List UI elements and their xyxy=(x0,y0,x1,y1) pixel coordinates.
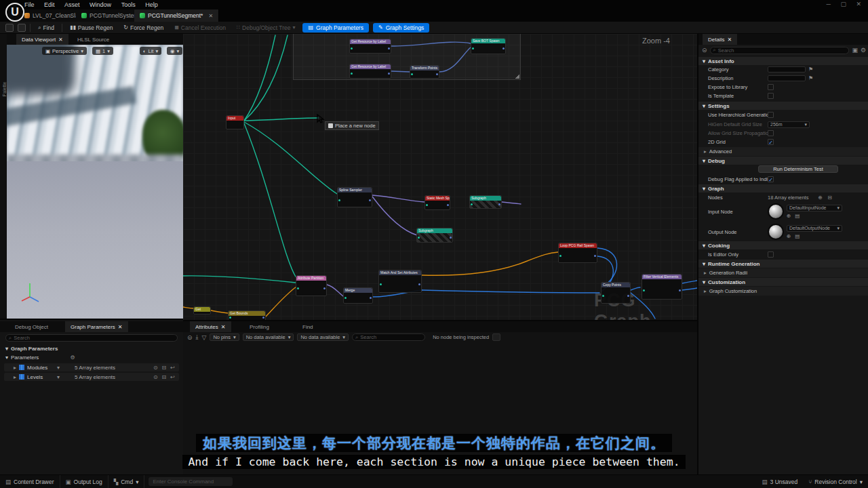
unreal-logo-icon[interactable]: U xyxy=(5,3,24,22)
add-element-icon[interactable]: ⊕ xyxy=(818,195,822,201)
graph-node[interactable]: Get Bounds xyxy=(228,310,266,320)
output-pin[interactable] xyxy=(502,47,505,49)
collapsed-subsection[interactable]: ▸Advanced xyxy=(698,147,868,156)
browse-icon[interactable] xyxy=(18,24,26,32)
parameter-row[interactable]: ▸ Levels ▾ 5 Array elements ⊙ ⊟ ↩ xyxy=(4,373,179,381)
checkbox[interactable] xyxy=(768,93,774,99)
tab-find[interactable]: Find xyxy=(297,321,319,332)
lit-dropdown[interactable]: ◐ Lit ▾ xyxy=(140,47,161,55)
output-pin[interactable] xyxy=(450,237,452,239)
checkbox[interactable] xyxy=(768,251,774,258)
tab-hlsl-source[interactable]: HLSL Source xyxy=(72,34,115,45)
graph-node[interactable]: Merge xyxy=(343,287,373,304)
dropdown[interactable]: 256m▾ xyxy=(768,121,810,128)
inspect-toggle[interactable] xyxy=(492,333,500,341)
close-icon[interactable]: ✕ xyxy=(208,13,213,19)
output-pin[interactable] xyxy=(594,255,596,257)
section-header[interactable]: ▾Graph xyxy=(698,184,868,192)
output-pin[interactable] xyxy=(498,203,500,205)
chevron-down-icon[interactable]: ▾ xyxy=(57,374,60,380)
force-regen-button[interactable]: ↻ Force Regen xyxy=(120,23,167,33)
output-pin[interactable] xyxy=(369,199,371,201)
close-icon[interactable]: ✕ xyxy=(727,37,732,43)
input-pin[interactable] xyxy=(297,287,299,289)
perspective-dropdown[interactable]: ▣ Perspective ▾ xyxy=(42,47,87,55)
tab-data-viewport[interactable]: Data Viewport ✕ xyxy=(16,34,68,45)
parameters-subheader[interactable]: ▾ Parameters ⚙ xyxy=(0,354,183,361)
graph-node[interactable]: Subgraph xyxy=(416,228,453,243)
input-pin[interactable] xyxy=(380,283,382,285)
menu-asset[interactable]: Asset xyxy=(60,0,84,9)
graph-node[interactable]: Get Resource by Label xyxy=(349,64,391,79)
checkbox[interactable] xyxy=(768,130,774,136)
graph-node[interactable]: Loop PCG Rail Spawn xyxy=(558,243,597,263)
view-index-dropdown[interactable]: ▦ 1 ▾ xyxy=(92,47,113,55)
section-header[interactable]: ▾Runtime Generation xyxy=(698,260,868,268)
lock-icon[interactable]: ⊝ xyxy=(702,47,707,54)
save-icon[interactable] xyxy=(5,24,14,32)
filter-icon[interactable]: ▽ xyxy=(202,334,207,341)
parameters-search-input[interactable]: ⌕ Search xyxy=(5,334,178,342)
menu-help[interactable]: Help xyxy=(141,0,162,9)
gear-icon[interactable]: ⚙ xyxy=(861,47,866,54)
graph-node[interactable]: Get xyxy=(193,306,211,314)
graph-node[interactable]: Transform Points xyxy=(410,65,439,79)
debug-object-tree-dropdown[interactable]: ∷ Debug/Object Tree ▾ xyxy=(233,23,298,33)
graph-node[interactable]: Get Resource by Label xyxy=(349,39,391,54)
palette-side-tab[interactable]: Palette xyxy=(0,34,7,319)
console-command-input[interactable]: Enter Console Command xyxy=(149,477,233,486)
data-dropdown-2[interactable]: No data available ▾ xyxy=(297,333,349,341)
graph-node[interactable]: Static Mesh Spawner xyxy=(425,195,450,210)
collapsed-subsection[interactable]: ▸Graph Customization xyxy=(698,287,868,296)
menu-tools[interactable]: Tools xyxy=(117,0,140,9)
input-pin[interactable] xyxy=(418,237,420,239)
input-pin[interactable] xyxy=(472,47,474,49)
browse-icon[interactable]: ▤ xyxy=(795,233,800,239)
node-thumbnail[interactable] xyxy=(768,203,784,220)
output-pin[interactable] xyxy=(388,47,390,49)
section-header[interactable]: ▾Settings xyxy=(698,102,868,110)
section-header[interactable]: ▾Asset Info xyxy=(698,57,868,65)
graph-node[interactable]: Copy Points xyxy=(601,282,631,304)
clock-icon[interactable]: ⊙ xyxy=(153,374,158,380)
checkbox[interactable] xyxy=(768,84,774,90)
menu-window[interactable]: Window xyxy=(85,0,115,9)
input-pin[interactable] xyxy=(351,47,353,49)
show-flags-dropdown[interactable]: ◉ ▾ xyxy=(167,47,182,55)
output-log-button[interactable]: ▣ Output Log xyxy=(60,475,108,488)
reset-icon[interactable]: ↩ xyxy=(170,374,175,380)
close-icon[interactable]: ✕ xyxy=(221,324,226,330)
graph-node[interactable]: Match And Set Attributes xyxy=(378,270,422,293)
graph-settings-button[interactable]: ✎ Graph Settings xyxy=(373,23,429,33)
reset-icon[interactable]: ↩ xyxy=(170,365,175,371)
close-icon[interactable]: ✕ xyxy=(118,324,123,330)
checkbox[interactable]: ✓ xyxy=(768,139,774,145)
section-header[interactable]: ▾Debug xyxy=(698,157,868,165)
node-class-dropdown[interactable]: DefaultOutputNode▾ xyxy=(787,225,842,232)
gear-icon[interactable]: ⚙ xyxy=(70,354,75,361)
graph-node[interactable]: Spline Sampler xyxy=(337,187,372,207)
flag-icon[interactable]: ⚑ xyxy=(808,75,813,81)
clock-icon[interactable]: ⊙ xyxy=(153,365,158,371)
tab-pcg-tunnel-segment[interactable]: PCGTunnelSegment* ✕ xyxy=(134,9,219,22)
input-pin[interactable] xyxy=(344,297,347,299)
input-pin[interactable] xyxy=(426,204,428,206)
text-field[interactable] xyxy=(768,75,806,81)
input-pin[interactable] xyxy=(411,73,413,75)
input-pin[interactable] xyxy=(351,73,353,75)
pause-regen-button[interactable]: ▮▮ Pause Regen xyxy=(66,23,116,33)
details-search-input[interactable]: ⌕ Search xyxy=(710,47,850,54)
chevron-down-icon[interactable]: ▾ xyxy=(57,365,60,371)
collapsed-subsection[interactable]: ▸Generation Radii xyxy=(698,268,868,277)
node-class-dropdown[interactable]: DefaultInputNode▾ xyxy=(787,205,842,211)
graph-node[interactable]: Save BOT Spawn xyxy=(471,38,506,54)
tab-profiling[interactable]: Profiling xyxy=(244,321,275,332)
settings-icon[interactable]: ▣ xyxy=(852,47,858,54)
graph-node[interactable]: Attribute Partition xyxy=(296,275,327,296)
graph-node[interactable]: Subgraph xyxy=(469,195,502,209)
output-pin[interactable] xyxy=(388,73,390,75)
revision-control-dropdown[interactable]: ⑂ Revision Control ▾ xyxy=(803,475,868,488)
run-determinism-test-button[interactable]: Run Determinism Test xyxy=(758,165,838,173)
output-pin[interactable] xyxy=(262,317,264,319)
tab-debug-object[interactable]: Debug Object xyxy=(9,321,54,332)
